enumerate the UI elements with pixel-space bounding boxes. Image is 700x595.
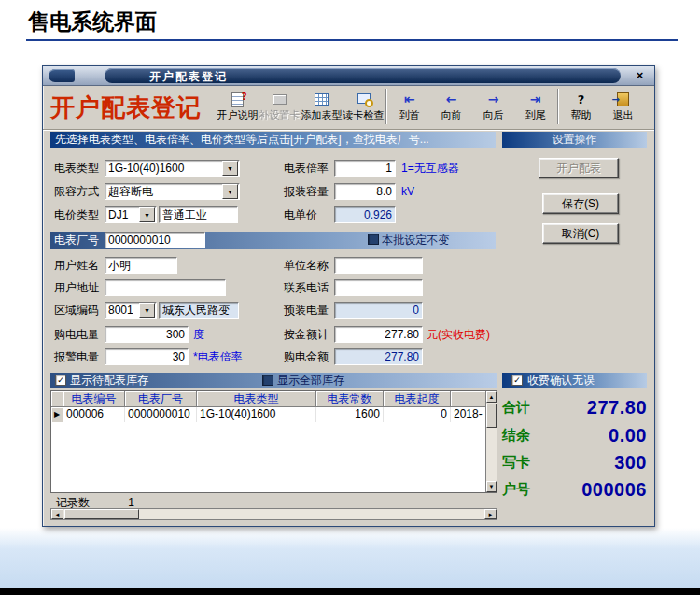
toolbar-button-read-card-check[interactable]: 读卡检查 <box>343 86 385 128</box>
area-name-field <box>159 302 239 319</box>
purchase-amount-field <box>334 348 423 365</box>
alarm-energy-input[interactable] <box>105 348 189 365</box>
cell-extra: 2018- <box>451 407 485 422</box>
toolbar-button-help[interactable]: ? 帮助 <box>560 86 602 128</box>
scroll-left-icon[interactable]: ◄ <box>51 509 63 519</box>
preset-energy-label: 预装电量 <box>284 302 329 319</box>
toolbar-buttons: ? 开户说明 补设置卡 添加表型 读卡检查 ⇤ 到首 ← 向前 <box>217 86 644 128</box>
price-type-select[interactable]: DJ1 ▼ <box>105 206 157 223</box>
vertical-scroll-thumb[interactable] <box>486 404 497 428</box>
meter-type-select[interactable]: 1G-10(40)1600 ▼ <box>105 160 240 177</box>
col-header-extra[interactable] <box>451 391 485 407</box>
toolbar-button-last[interactable]: ⇥ 到尾 <box>514 86 556 128</box>
chevron-down-icon[interactable]: ▼ <box>139 303 155 318</box>
balance-row: 结余 0.00 <box>502 423 647 447</box>
open-account-button[interactable]: 开户配表 <box>539 158 619 178</box>
phone-input[interactable] <box>334 279 423 296</box>
batch-fixed-label: 本批设定不变 <box>382 234 449 247</box>
col-header-meter-start[interactable]: 电表起度 <box>384 391 451 407</box>
show-all-checkbox-box[interactable] <box>262 375 273 386</box>
cell-meter-no: 000006 <box>63 407 125 422</box>
chevron-down-icon[interactable]: ▼ <box>222 161 238 176</box>
exit-door-icon: → <box>614 92 633 107</box>
arrow-left-icon: ← <box>442 92 461 107</box>
user-name-input[interactable] <box>105 257 177 274</box>
show-all-label: 显示全部库存 <box>277 373 344 389</box>
show-all-checkbox[interactable]: 显示全部库存 <box>262 373 344 389</box>
card-icon <box>271 92 289 107</box>
horizontal-scroll-thumb[interactable] <box>64 509 139 519</box>
limit-mode-select[interactable]: 超容断电 ▼ <box>105 183 240 200</box>
table-row[interactable]: ▶ 000006 0000000010 1G-10(40)1600 1600 0… <box>51 407 497 422</box>
doc-question-icon: ? <box>229 92 247 107</box>
balance-value: 0.00 <box>609 425 647 446</box>
settings-panel-header: 设置操作 <box>502 132 647 148</box>
scroll-right-icon[interactable]: ► <box>484 509 497 519</box>
capacity-input[interactable] <box>334 183 396 200</box>
save-button[interactable]: 保存(S) <box>542 193 619 214</box>
toolbar-button-account-instructions[interactable]: ? 开户说明 <box>217 86 259 128</box>
go-last-icon: ⇥ <box>526 92 545 107</box>
unit-price-field <box>334 206 396 223</box>
toolbar: 开户配表登记 ? 开户说明 补设置卡 添加表型 读卡检查 ⇤ 到首 <box>43 85 654 130</box>
record-count-label: 记录数 <box>56 496 90 509</box>
scroll-up-icon[interactable]: ▲ <box>486 391 497 403</box>
user-name-label: 用户姓名 <box>54 257 99 275</box>
cell-meter-start: 0 <box>384 407 451 422</box>
scroll-down-icon[interactable]: ▼ <box>486 481 497 492</box>
meter-ratio-hint: 1=无互感器 <box>401 160 459 177</box>
limit-mode-label: 限容方式 <box>54 183 99 201</box>
toolbar-button-reissue-setup-card[interactable]: 补设置卡 <box>259 86 301 128</box>
app-logo-icon <box>49 69 75 82</box>
area-code-select[interactable]: 8001 ▼ <box>105 302 157 319</box>
chevron-down-icon[interactable]: ▼ <box>139 207 155 222</box>
horizontal-scroll-track[interactable] <box>140 509 484 519</box>
address-input[interactable] <box>105 279 226 296</box>
batch-fixed-checkbox-box[interactable] <box>368 234 379 245</box>
page-title: 售电系统界面 <box>28 7 157 36</box>
col-header-factory-no[interactable]: 电表厂号 <box>125 391 197 407</box>
area-code-label: 区域编码 <box>54 302 99 319</box>
batch-fixed-checkbox[interactable]: 本批设定不变 <box>368 232 449 249</box>
window-titlebar[interactable]: 开户配表登记 × <box>43 66 654 86</box>
vertical-scroll-track[interactable] <box>486 429 497 481</box>
balance-label: 结余 <box>502 427 530 445</box>
purchase-energy-input[interactable] <box>105 326 189 343</box>
toolbar-button-first[interactable]: ⇤ 到首 <box>388 86 430 128</box>
account-no-value: 000006 <box>581 479 647 501</box>
chevron-down-icon[interactable]: ▼ <box>222 184 238 199</box>
fee-confirm-checkbox[interactable]: ✓ 收费确认无误 <box>502 373 647 388</box>
meter-type-value: 1G-10(40)1600 <box>105 162 221 175</box>
title-underline <box>26 39 678 41</box>
meter-ratio-input[interactable] <box>334 160 396 177</box>
col-header-meter-type[interactable]: 电表类型 <box>197 391 316 407</box>
purchase-energy-label: 购电电量 <box>54 326 99 344</box>
table-vertical-scrollbar[interactable]: ▲ ▼ <box>485 391 497 492</box>
toolbar-separator <box>385 89 387 124</box>
total-row: 合计 277.80 <box>502 395 647 419</box>
write-card-value: 300 <box>614 452 647 474</box>
toolbar-button-add-meter-type[interactable]: 添加表型 <box>301 86 343 128</box>
by-amount-input[interactable] <box>334 326 423 343</box>
org-name-input[interactable] <box>334 257 423 274</box>
show-pending-checkbox-box[interactable]: ✓ <box>55 375 66 386</box>
show-pending-checkbox[interactable]: ✓ 显示待配表库存 <box>55 373 148 389</box>
col-header-meter-constant[interactable]: 电表常数 <box>316 391 384 407</box>
write-card-label: 写卡 <box>502 454 530 472</box>
purchase-energy-unit: 度 <box>193 326 204 344</box>
meter-type-label: 电表类型 <box>54 160 99 177</box>
toolbar-button-prev[interactable]: ← 向前 <box>430 86 472 128</box>
price-type-label: 电价类型 <box>54 206 99 224</box>
card-search-icon <box>355 92 373 107</box>
toolbar-button-exit[interactable]: → 退出 <box>602 86 644 128</box>
col-header-meter-no[interactable]: 电表编号 <box>63 391 125 407</box>
factory-no-input[interactable] <box>105 232 205 248</box>
toolbar-button-next[interactable]: → 向后 <box>472 86 514 128</box>
close-icon[interactable]: × <box>632 67 648 83</box>
table-horizontal-scrollbar[interactable]: ◄ ► <box>50 508 497 520</box>
capacity-label: 报装容量 <box>284 183 329 201</box>
table-selector-header <box>51 391 63 407</box>
record-count-value: 1 <box>128 496 134 509</box>
fee-confirm-checkbox-box[interactable]: ✓ <box>511 375 523 386</box>
cancel-button[interactable]: 取消(C) <box>542 223 619 244</box>
